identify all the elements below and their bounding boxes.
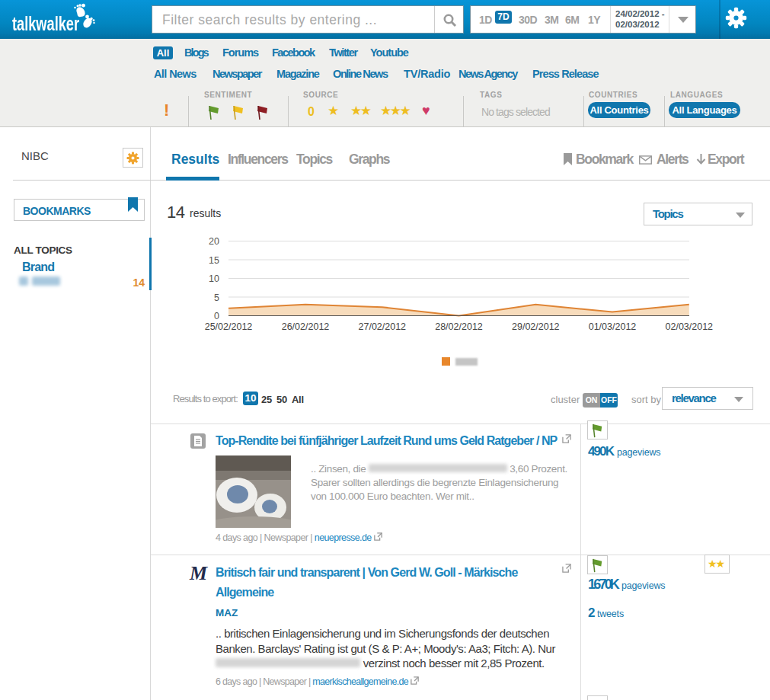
svg-text:26/02/2012: 26/02/2012 bbox=[282, 321, 330, 332]
svg-text:28/02/2012: 28/02/2012 bbox=[435, 321, 483, 332]
svg-text:15: 15 bbox=[209, 255, 219, 266]
svg-text:29/02/2012: 29/02/2012 bbox=[512, 321, 560, 332]
svg-text:01/03/2012: 01/03/2012 bbox=[589, 321, 637, 332]
svg-text:27/02/2012: 27/02/2012 bbox=[359, 321, 407, 332]
svg-text:25/02/2012: 25/02/2012 bbox=[205, 321, 253, 332]
svg-text:0: 0 bbox=[214, 311, 219, 321]
svg-text:10: 10 bbox=[209, 273, 219, 284]
svg-text:5: 5 bbox=[214, 292, 219, 303]
svg-text:20: 20 bbox=[209, 236, 219, 247]
svg-text:02/03/2012: 02/03/2012 bbox=[666, 321, 714, 332]
